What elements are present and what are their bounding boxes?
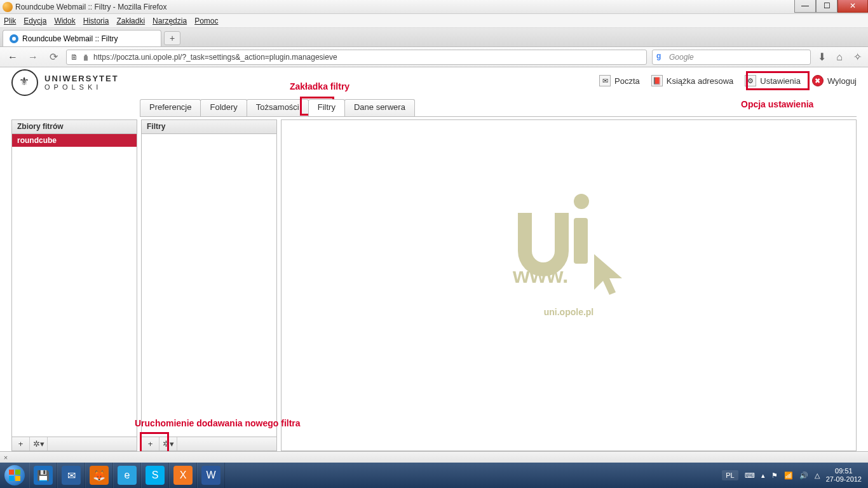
window-titlebar: Roundcube Webmail :: Filtry - Mozilla Fi… [0,0,868,14]
link-addressbook[interactable]: 📕 Książka adresowa [651,75,734,86]
close-button[interactable]: ✕ [837,0,868,13]
url-bar[interactable]: 🗎 https://poczta.uni.opole.pl/?_task=set… [66,50,647,65]
panel-filter-sets: Zbiory fitrów roundcube + ✲▾ [11,119,137,451]
back-button[interactable]: ← [5,50,20,65]
keyboard-icon[interactable]: ⌨ [745,471,755,480]
lang-indicator[interactable]: PL [722,470,738,480]
watermark: www. uni.opole.pl [499,187,639,317]
svg-rect-1 [574,218,588,264]
start-button[interactable] [0,463,29,488]
addon-bar: × [0,451,868,463]
forward-button[interactable]: → [25,50,41,65]
tray-arrow-icon[interactable]: ▴ [761,471,765,480]
clock-date: 27-09-2012 [826,475,862,484]
logo-line2: OPOLSKI [44,83,119,91]
browser-tab-active[interactable]: Roundcube Webmail :: Filtry [3,30,161,46]
taskbar-pinned: 💾 ✉ 🦊 e S X W [29,463,225,488]
roundcube-header: UNIWERSYTET OPOLSKI ✉ Poczta 📕 Książka a… [0,67,868,98]
maximize-button[interactable]: ☐ [816,0,837,13]
menu-history[interactable]: Historia [83,17,109,25]
panel-filters-header: Filtry [142,120,276,134]
url-text: https://poczta.uni.opole.pl/?_task=setti… [93,53,337,62]
logout-icon: ✖ [812,75,824,86]
panel-content: www. uni.opole.pl [281,119,857,451]
home-icon[interactable]: ⌂ [834,51,845,63]
taskbar-thunderbird[interactable]: ✉ [57,463,85,488]
logo-line1: UNIWERSYTET [44,74,119,83]
mail-icon: ✉ [599,75,611,86]
taskbar-xampp[interactable]: X [169,463,197,488]
svg-point-0 [574,194,589,209]
svg-rect-6 [9,476,14,481]
link-settings-label: Ustawienia [760,76,801,86]
addressbook-icon: 📕 [651,75,663,86]
menu-view[interactable]: Widok [54,17,75,25]
clock-time: 09:51 [826,467,862,475]
tab-tozsamosci[interactable]: Tożsamości [247,99,309,116]
addon-bar-close[interactable]: × [0,452,11,463]
search-bar[interactable]: Google [652,50,811,65]
filter-gear-button[interactable]: ✲▾ [159,437,177,451]
taskbar-ie[interactable]: e [113,463,141,488]
window-controls: — ☐ ✕ [794,0,868,13]
volume-icon[interactable]: 🔊 [799,471,808,480]
tab-filtry[interactable]: Filtry [308,99,345,116]
new-tab-button[interactable]: + [164,31,180,45]
browser-tabstrip: Roundcube Webmail :: Filtry + [0,28,868,47]
toolbar-right-icons: ⬇ ⌂ ✧ [816,51,863,63]
link-logout-label: Wyloguj [827,76,857,86]
identity-icon: 🗎 [71,53,78,62]
taskbar-firefox[interactable]: 🦊 [85,463,113,488]
windows-taskbar: 💾 ✉ 🦊 e S X W PL ⌨ ▴ ⚑ 📶 🔊 △ 09:51 27-09… [0,463,868,488]
favicon-icon [10,34,18,43]
link-settings[interactable]: ⚙ Ustawienia [745,75,801,86]
svg-rect-5 [15,470,20,475]
filter-set-gear-button[interactable]: ✲▾ [30,437,48,451]
firefox-icon [3,2,13,12]
panel-sets-body: roundcube [12,134,137,437]
tab-foldery[interactable]: Foldery [200,99,247,116]
taskbar-skype[interactable]: S [141,463,169,488]
settings-icon: ⚙ [745,75,756,86]
university-logo: UNIWERSYTET OPOLSKI [11,69,119,96]
panel-sets-footer: + ✲▾ [12,437,137,451]
top-links: ✉ Poczta 📕 Książka adresowa ⚙ Ustawienia… [599,75,857,86]
menu-tools[interactable]: Narzędzia [153,17,187,25]
tab-preferencje[interactable]: Preferencje [140,99,201,116]
link-addressbook-label: Książka adresowa [667,76,734,86]
network-icon[interactable]: 📶 [784,471,793,480]
menu-bookmarks[interactable]: Zakładki [116,17,145,25]
link-mail[interactable]: ✉ Poczta [599,75,640,86]
settings-tabs: Preferencje Foldery Tożsamości Filtry Da… [140,99,857,117]
browser-tab-title: Roundcube Webmail :: Filtry [22,34,118,43]
page-content: UNIWERSYTET OPOLSKI ✉ Poczta 📕 Książka a… [0,67,868,463]
cloud-icon[interactable]: △ [815,471,820,480]
taskbar-clock[interactable]: 09:51 27-09-2012 [826,467,862,484]
menu-edit[interactable]: Edycja [24,17,46,25]
taskbar-explorer[interactable]: 💾 [29,463,57,488]
svg-rect-4 [9,470,14,475]
menu-file[interactable]: Plik [4,17,16,25]
panel-filters-body [142,134,276,437]
lock-icon [82,53,90,61]
panel-filters: Filtry + ✲▾ [141,119,277,451]
flag-icon[interactable]: ⚑ [771,471,778,480]
menu-help[interactable]: Pomoc [194,17,218,25]
taskbar-word[interactable]: W [197,463,225,488]
add-filter-button[interactable]: + [142,437,159,451]
reload-button[interactable]: ⟳ [46,50,61,65]
settings-body: Zbiory fitrów roundcube + ✲▾ Filtry + ✲▾ [11,119,857,451]
link-mail-label: Poczta [614,76,640,86]
watermark-url: uni.opole.pl [499,307,639,317]
browser-menubar: Plik Edycja Widok Historia Zakładki Narz… [0,14,868,28]
add-filter-set-button[interactable]: + [12,437,30,451]
filter-set-item[interactable]: roundcube [12,134,137,147]
addon-icon[interactable]: ✧ [851,51,863,63]
tab-dane-serwera[interactable]: Dane serwera [344,99,415,116]
minimize-button[interactable]: — [794,0,816,13]
seal-icon [11,69,38,96]
downloads-icon[interactable]: ⬇ [816,51,827,63]
svg-rect-7 [15,476,20,481]
system-tray: PL ⌨ ▴ ⚑ 📶 🔊 △ 09:51 27-09-2012 [715,467,868,484]
link-logout[interactable]: ✖ Wyloguj [812,75,857,86]
